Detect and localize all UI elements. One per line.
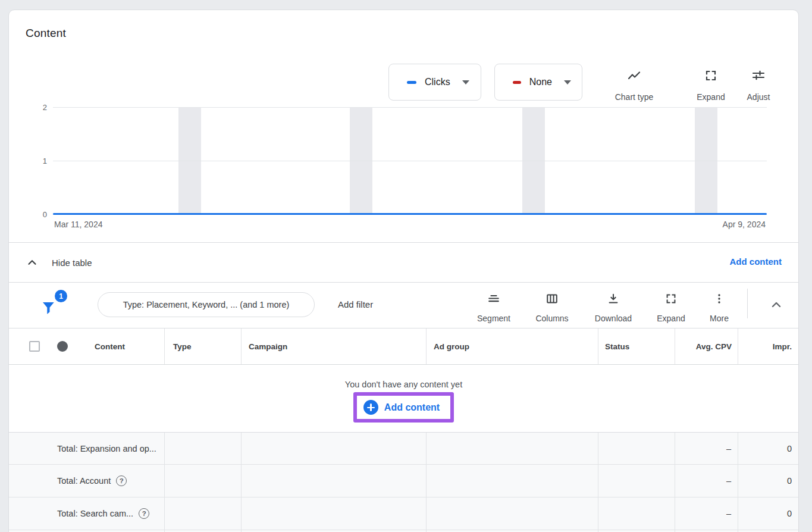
line-chart-icon: [626, 68, 642, 83]
column-divider: [241, 328, 242, 364]
x-axis-start-date: Mar 11, 2024: [54, 220, 102, 229]
segment-icon: [487, 292, 500, 305]
page-title: Content: [26, 27, 66, 40]
metric-color-dash-red: [513, 81, 521, 84]
column-header-status[interactable]: Status: [605, 328, 629, 364]
filter-funnel-icon: [40, 299, 58, 317]
adjust-label: Adjust: [747, 92, 770, 102]
expand-label: Expand: [697, 92, 725, 102]
x-axis-end-date: Apr 9, 2024: [723, 220, 766, 229]
total-row-search-campaigns: Total: Search cam... ? – 0: [9, 497, 798, 530]
select-all-checkbox[interactable]: [29, 341, 40, 352]
column-header-avg-cpv[interactable]: Avg. CPV: [675, 328, 732, 364]
total-row-expansion: Total: Expansion and op... – 0: [9, 433, 798, 464]
impr-value: 0: [738, 497, 792, 530]
total-row-account: Total: Account ? – 0: [9, 465, 798, 497]
avg-cpv-value: –: [675, 433, 731, 464]
expand-icon: [664, 292, 678, 305]
add-content-link[interactable]: Add content: [730, 256, 782, 267]
more-label: More: [710, 314, 729, 323]
add-content-button-label: Add content: [384, 402, 440, 413]
column-divider: [738, 433, 738, 532]
help-icon[interactable]: ?: [116, 475, 127, 486]
add-filter-button[interactable]: Add filter: [338, 290, 373, 318]
active-filter-chip[interactable]: Type: Placement, Keyword, ... (and 1 mor…: [98, 292, 315, 317]
more-vert-icon: [713, 292, 726, 305]
column-header-type[interactable]: Type: [173, 328, 192, 364]
column-divider: [598, 328, 598, 364]
toolbar-divider: [747, 289, 748, 318]
column-divider: [598, 433, 598, 532]
chevron-down-icon: [564, 80, 571, 85]
content-card: Content Clicks None Chart type Expand: [8, 10, 799, 532]
y-axis-tick: 0: [34, 210, 47, 219]
metric-selector-secondary[interactable]: None: [494, 64, 582, 101]
download-label: Download: [595, 314, 632, 323]
column-header-content[interactable]: Content: [95, 328, 125, 364]
chevron-down-icon: [462, 80, 469, 85]
more-button[interactable]: More: [694, 290, 744, 324]
page-background: Content Clicks None Chart type Expand: [0, 0, 812, 532]
column-divider: [164, 433, 165, 532]
expand-icon: [704, 68, 718, 83]
filter-count-badge: 1: [55, 290, 67, 302]
columns-label: Columns: [535, 314, 568, 323]
adjust-sliders-icon: [751, 68, 766, 83]
total-row-label: Total: Search cam...: [57, 509, 133, 518]
plus-circle-icon: [363, 400, 378, 415]
metric-secondary-label: None: [529, 77, 552, 87]
totals-section: Total: Expansion and op... – 0 Total: Ac…: [9, 432, 798, 532]
section-divider: [9, 282, 798, 283]
column-divider: [164, 328, 165, 364]
chart-type-label: Chart type: [615, 92, 654, 102]
gridline-2: [53, 107, 767, 108]
filter-button[interactable]: 1: [39, 290, 67, 318]
clicks-series-line: [53, 213, 767, 215]
download-button[interactable]: Download: [585, 290, 642, 324]
segment-label: Segment: [477, 314, 510, 323]
impr-value: 0: [738, 433, 792, 464]
avg-cpv-value: –: [675, 497, 731, 530]
chevron-up-icon: [769, 298, 783, 312]
metric-color-dash-blue: [407, 81, 416, 84]
chevron-up-icon: [26, 256, 39, 269]
y-axis-tick: 1: [34, 157, 47, 165]
total-row-label: Total: Account: [57, 476, 111, 486]
download-icon: [607, 292, 620, 305]
gridline-1: [53, 161, 767, 161]
y-axis-tick: 2: [34, 103, 47, 112]
column-divider: [426, 433, 427, 532]
column-divider: [426, 328, 427, 364]
column-divider: [241, 433, 242, 532]
column-divider: [675, 433, 675, 532]
add-content-button-highlighted[interactable]: Add content: [353, 392, 454, 423]
metric-primary-label: Clicks: [425, 77, 450, 87]
column-divider: [738, 328, 738, 364]
empty-state-message: You don't have any content yet: [345, 380, 462, 389]
total-row-label: Total: Expansion and op...: [57, 444, 156, 453]
columns-icon: [545, 292, 559, 305]
table-header-row: Content Type Campaign Ad group Status Av…: [9, 328, 798, 365]
chart-adjust-button[interactable]: Adjust: [726, 68, 791, 102]
collapse-toolbar-button[interactable]: [766, 296, 787, 314]
chart-type-button[interactable]: Chart type: [601, 68, 667, 102]
column-divider: [675, 328, 675, 364]
avg-cpv-value: –: [675, 465, 731, 497]
hide-table-toggle[interactable]: Hide table: [26, 251, 92, 274]
table-expand-button[interactable]: Expand: [642, 290, 700, 324]
expand-table-label: Expand: [657, 314, 685, 323]
segment-button[interactable]: Segment: [465, 290, 522, 324]
hide-table-label: Hide table: [52, 258, 92, 268]
section-divider: [9, 242, 798, 243]
impr-value: 0: [738, 465, 792, 497]
column-header-ad-group[interactable]: Ad group: [434, 328, 469, 364]
column-header-campaign[interactable]: Campaign: [249, 328, 287, 364]
status-dot-icon: [57, 341, 68, 352]
metric-selector-primary[interactable]: Clicks: [388, 64, 481, 101]
columns-button[interactable]: Columns: [523, 290, 581, 324]
help-icon[interactable]: ?: [139, 508, 149, 519]
empty-table-zone: You don't have any content yet Add conte…: [9, 365, 798, 432]
column-header-impr[interactable]: Impr.: [738, 328, 792, 364]
